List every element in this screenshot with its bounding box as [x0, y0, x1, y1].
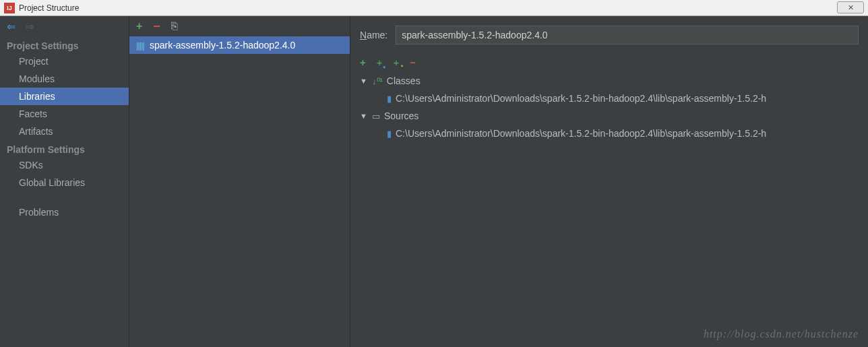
window-title: Project Structure	[19, 3, 79, 13]
close-icon: ✕	[848, 3, 854, 12]
detail-toolbar: + + + −	[360, 57, 859, 68]
remove-library-icon[interactable]: −	[153, 20, 160, 34]
detail-panel: Name: + + + − ▼ ↓⁰¹ Classes ▮ C:\Users\A…	[350, 16, 868, 347]
titlebar: IJ Project Structure ✕	[0, 0, 868, 16]
copy-library-icon[interactable]: ⎘	[171, 20, 178, 32]
sidebar-item-project[interactable]: Project	[0, 53, 129, 70]
nav-forward-icon: ⇒	[25, 20, 34, 33]
name-row: Name:	[360, 26, 859, 44]
library-list-panel: + − ⎘ ||||| spark-assembly-1.5.2-hadoop2…	[129, 16, 350, 347]
sidebar-section-project-settings: Project Settings	[0, 36, 129, 53]
add-from-maven-icon[interactable]: +	[377, 57, 383, 68]
sidebar-item-global-libraries[interactable]: Global Libraries	[0, 174, 129, 191]
add-library-icon[interactable]: +	[136, 20, 142, 32]
add-root-icon[interactable]: +	[360, 57, 366, 68]
sidebar-item-sdks[interactable]: SDKs	[0, 156, 129, 174]
close-button[interactable]: ✕	[837, 1, 864, 13]
app-icon: IJ	[4, 3, 15, 13]
classes-path: C:\Users\Administrator\Downloads\spark-1…	[396, 93, 766, 104]
watermark: http://blog.csdn.net/hustchenze	[704, 328, 859, 340]
add-documentation-icon[interactable]: +	[394, 57, 400, 68]
content: ⇐ ⇒ Project Settings Project Modules Lib…	[0, 16, 868, 347]
library-list-item[interactable]: ||||| spark-assembly-1.5.2-hadoop2.4.0	[129, 36, 350, 54]
nav-back-icon[interactable]: ⇐	[7, 20, 16, 33]
sidebar-section-platform-settings: Platform Settings	[0, 140, 129, 156]
tree-leaf-sources-path[interactable]: ▮ C:\Users\Administrator\Downloads\spark…	[360, 125, 859, 142]
library-name-input[interactable]	[396, 26, 859, 44]
library-item-label: spark-assembly-1.5.2-hadoop2.4.0	[150, 40, 295, 51]
remove-root-icon[interactable]: −	[410, 57, 416, 68]
sidebar-item-libraries[interactable]: Libraries	[0, 88, 129, 105]
classes-label: Classes	[387, 75, 421, 86]
jar-file-icon: ▮	[387, 129, 392, 139]
expand-arrow-icon[interactable]: ▼	[360, 77, 368, 85]
sidebar-item-facets[interactable]: Facets	[0, 105, 129, 123]
sidebar-item-problems[interactable]: Problems	[0, 203, 129, 221]
sidebar-item-modules[interactable]: Modules	[0, 70, 129, 88]
sidebar-nav: ⇐ ⇒	[0, 16, 129, 36]
sources-label: Sources	[384, 111, 418, 121]
classes-icon: ↓⁰¹	[372, 76, 383, 86]
expand-arrow-icon[interactable]: ▼	[360, 112, 368, 120]
sidebar: ⇐ ⇒ Project Settings Project Modules Lib…	[0, 16, 129, 347]
roots-tree: ▼ ↓⁰¹ Classes ▮ C:\Users\Administrator\D…	[360, 72, 859, 142]
library-toolbar: + − ⎘	[129, 16, 350, 36]
sidebar-spacer	[0, 191, 129, 203]
sources-folder-icon: ▭	[372, 111, 380, 121]
name-label: Name:	[360, 30, 388, 40]
sidebar-item-artifacts[interactable]: Artifacts	[0, 123, 129, 140]
tree-node-classes[interactable]: ▼ ↓⁰¹ Classes	[360, 72, 859, 90]
tree-leaf-classes-path[interactable]: ▮ C:\Users\Administrator\Downloads\spark…	[360, 90, 859, 107]
tree-node-sources[interactable]: ▼ ▭ Sources	[360, 107, 859, 125]
jar-file-icon: ▮	[387, 94, 392, 104]
sources-path: C:\Users\Administrator\Downloads\spark-1…	[396, 128, 766, 139]
library-icon: |||||	[136, 40, 144, 51]
